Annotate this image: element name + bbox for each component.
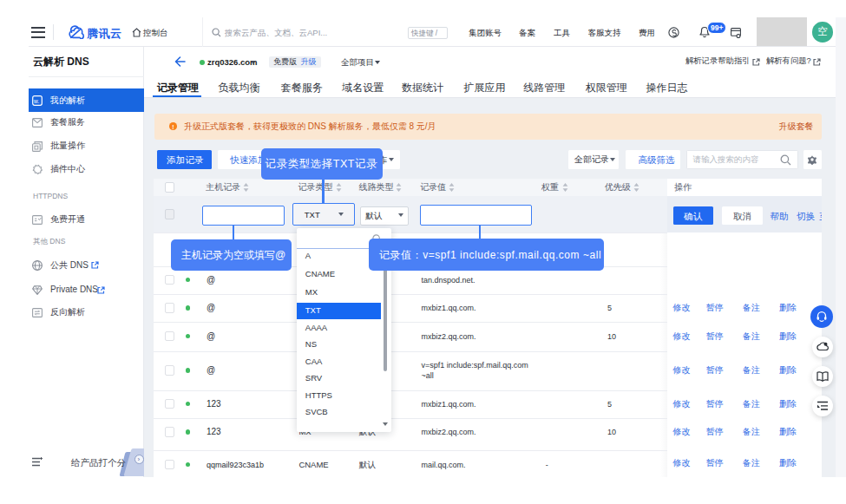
svg-text:w.: w. — [33, 97, 39, 103]
